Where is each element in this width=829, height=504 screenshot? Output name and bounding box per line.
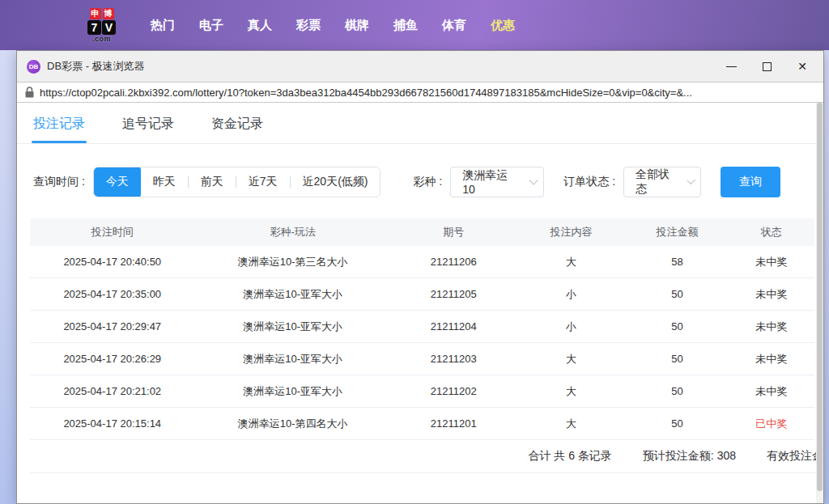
game-play: 澳洲幸运10-亚军大小 (194, 287, 390, 302)
chevron-down-icon (687, 176, 695, 184)
maximize-button[interactable] (749, 54, 784, 78)
scrollbar-thumb[interactable] (817, 103, 823, 491)
game-play: 澳洲幸运10-第四名大小 (194, 417, 390, 431)
bet-content: 大 (517, 417, 627, 431)
bet-content: 大 (517, 352, 627, 366)
logo-tile-v: V (102, 20, 116, 35)
bet-content: 大 (517, 384, 627, 399)
table-row[interactable]: 2025-04-17 20:35:00 澳洲幸运10-亚军大小 21211205… (30, 278, 814, 311)
game-play: 澳洲幸运10-亚军大小 (194, 384, 390, 399)
lock-icon (25, 87, 34, 98)
bet-time: 2025-04-17 20:29:47 (30, 320, 194, 332)
table-row[interactable]: 2025-04-17 20:21:02 澳洲幸运10-亚军大小 21211202… (30, 375, 814, 408)
header-status: 状态 (728, 225, 814, 239)
bet-records-table: 投注时间 彩种-玩法 期号 投注内容 投注金额 状态 2025-04-17 20… (30, 218, 814, 440)
nav-item-hot[interactable]: 热门 (138, 18, 187, 33)
bet-content: 小 (517, 320, 627, 334)
status-filter-label: 订单状态 : (563, 175, 615, 189)
vertical-scrollbar[interactable] (816, 103, 823, 503)
lottery-filter-label: 彩种 : (413, 175, 442, 189)
issue-number: 21211205 (391, 288, 517, 300)
status-badge: 未中奖 (728, 320, 814, 334)
site-logo[interactable]: 申 博 7 V .com (87, 8, 116, 43)
tab-fund-records[interactable]: 资金记录 (211, 116, 263, 143)
promo-topbar: 申 博 7 V .com 热门 电子 真人 彩票 棋牌 捕鱼 体育 优惠 (0, 0, 829, 50)
summary-valid-amount-clipped: 有效投注金 (767, 449, 823, 464)
time-option-yesterday[interactable]: 昨天 (141, 167, 188, 197)
bet-time: 2025-04-17 20:15:14 (30, 417, 194, 430)
bet-amount: 58 (626, 256, 728, 268)
nav-item-sports[interactable]: 体育 (430, 18, 478, 33)
logo-top-tiles: 申 博 (90, 8, 114, 19)
bet-time: 2025-04-17 20:35:00 (30, 288, 194, 300)
time-option-today[interactable]: 今天 (94, 167, 141, 197)
summary-expected-amount: 预计投注金额: 308 (643, 449, 736, 464)
game-play: 澳洲幸运10-第三名大小 (194, 255, 390, 269)
bet-time: 2025-04-17 20:26:29 (30, 353, 194, 365)
time-filter-label: 查询时间 : (33, 175, 85, 189)
chevron-down-icon (529, 176, 538, 184)
table-row[interactable]: 2025-04-17 20:15:14 澳洲幸运10-第四名大小 2121120… (30, 408, 814, 440)
status-badge: 未中奖 (728, 255, 814, 269)
order-status-select[interactable]: 全部状态 (623, 167, 701, 197)
nav-item-lottery[interactable]: 彩票 (284, 18, 333, 33)
issue-number: 21211201 (391, 417, 517, 430)
page-content: 投注记录 追号记录 资金记录 查询时间 : 今天 昨天 前天 近7天 近20天(… (17, 103, 823, 503)
nav-item-slots[interactable]: 电子 (187, 18, 236, 33)
issue-number: 21211206 (391, 256, 517, 268)
bet-time: 2025-04-17 20:40:50 (30, 256, 194, 268)
maximize-icon (763, 62, 772, 71)
status-badge: 已中奖 (728, 417, 814, 431)
nav-item-fishing[interactable]: 捕鱼 (381, 18, 430, 33)
bet-content: 大 (517, 255, 627, 269)
time-filter-group: 今天 昨天 前天 近7天 近20天(低频) (93, 167, 381, 197)
table-row[interactable]: 2025-04-17 20:29:47 澳洲幸运10-亚军大小 21211204… (30, 311, 814, 343)
header-bet-amount: 投注金额 (626, 225, 728, 239)
close-button[interactable]: ✕ (784, 54, 820, 78)
summary-total-count: 合计 共 6 条记录 (528, 449, 611, 464)
browser-window: DB DB彩票 - 极速浏览器 ✕ https://ctop02pcali.2k… (16, 50, 824, 504)
window-title: DB彩票 - 极速浏览器 (47, 59, 713, 74)
nav-item-promo[interactable]: 优惠 (478, 18, 527, 33)
header-issue: 期号 (391, 225, 517, 239)
logo-tile-shen: 申 (90, 8, 101, 19)
logo-mid-tiles: 7 V (87, 20, 116, 35)
time-option-7days[interactable]: 近7天 (236, 167, 290, 197)
tab-bet-records[interactable]: 投注记录 (33, 116, 85, 143)
time-option-20days[interactable]: 近20天(低频) (291, 167, 380, 197)
time-option-day-before[interactable]: 前天 (189, 167, 236, 197)
lottery-select[interactable]: 澳洲幸运10 (450, 167, 544, 197)
filter-row: 查询时间 : 今天 昨天 前天 近7天 近20天(低频) 彩种 : 澳洲幸运10… (17, 144, 823, 217)
nav-item-cards[interactable]: 棋牌 (333, 18, 381, 33)
table-header-row: 投注时间 彩种-玩法 期号 投注内容 投注金额 状态 (30, 218, 814, 246)
status-badge: 未中奖 (728, 352, 814, 366)
logo-tile-7: 7 (87, 20, 101, 35)
nav-item-live[interactable]: 真人 (236, 18, 284, 33)
table-row[interactable]: 2025-04-17 20:40:50 澳洲幸运10-第三名大小 2121120… (30, 246, 814, 278)
minimize-button[interactable] (713, 54, 749, 78)
search-button[interactable]: 查询 (721, 167, 780, 197)
window-titlebar[interactable]: DB DB彩票 - 极速浏览器 ✕ (17, 51, 823, 82)
lottery-select-value: 澳洲幸运10 (462, 168, 519, 196)
bet-time: 2025-04-17 20:21:02 (30, 385, 194, 397)
record-tabs: 投注记录 追号记录 资金记录 (17, 103, 823, 143)
game-play: 澳洲幸运10-亚军大小 (194, 320, 390, 334)
game-play: 澳洲幸运10-亚军大小 (194, 352, 390, 366)
issue-number: 21211204 (391, 320, 517, 332)
url-text[interactable]: https://ctop02pcali.2kbxi392.com/lottery… (40, 87, 692, 99)
address-bar[interactable]: https://ctop02pcali.2kbxi392.com/lottery… (17, 82, 823, 103)
status-badge: 未中奖 (728, 287, 814, 302)
issue-number: 21211202 (391, 385, 517, 397)
header-bet-content: 投注内容 (517, 225, 627, 239)
main-nav: 热门 电子 真人 彩票 棋牌 捕鱼 体育 优惠 (138, 18, 527, 33)
bet-amount: 50 (626, 385, 728, 397)
bet-amount: 50 (626, 320, 728, 332)
browser-favicon: DB (27, 60, 40, 74)
bet-content: 小 (517, 287, 627, 302)
table-row[interactable]: 2025-04-17 20:26:29 澳洲幸运10-亚军大小 21211203… (30, 343, 814, 375)
header-bet-time: 投注时间 (30, 225, 194, 239)
tab-chase-records[interactable]: 追号记录 (122, 116, 174, 143)
logo-com-text: .com (92, 36, 111, 43)
issue-number: 21211203 (391, 353, 517, 365)
status-badge: 未中奖 (728, 384, 814, 399)
